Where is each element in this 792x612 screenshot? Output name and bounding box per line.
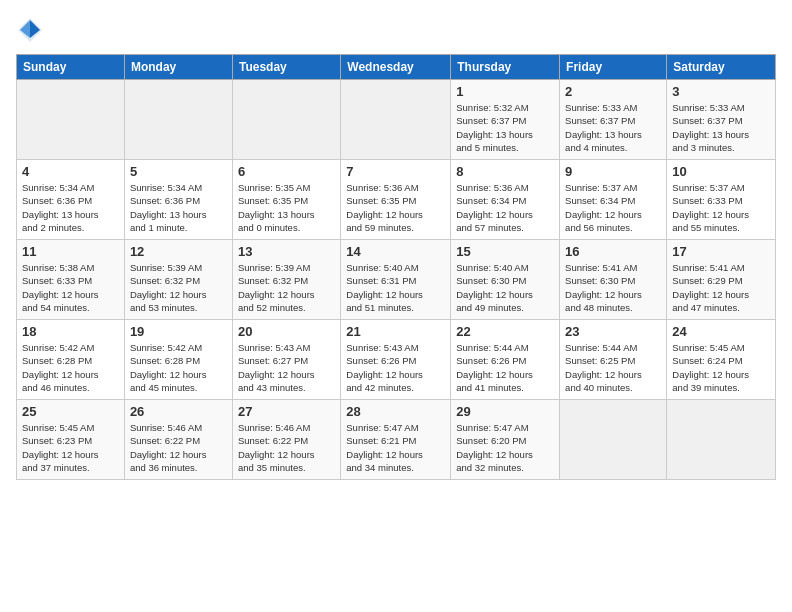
day-number: 28 <box>346 404 445 419</box>
calendar-cell: 20Sunrise: 5:43 AM Sunset: 6:27 PM Dayli… <box>232 320 340 400</box>
day-number: 2 <box>565 84 661 99</box>
calendar-cell <box>232 80 340 160</box>
calendar-cell: 16Sunrise: 5:41 AM Sunset: 6:30 PM Dayli… <box>560 240 667 320</box>
day-info: Sunrise: 5:45 AM Sunset: 6:23 PM Dayligh… <box>22 421 119 474</box>
day-number: 3 <box>672 84 770 99</box>
day-number: 17 <box>672 244 770 259</box>
calendar-cell: 9Sunrise: 5:37 AM Sunset: 6:34 PM Daylig… <box>560 160 667 240</box>
day-number: 8 <box>456 164 554 179</box>
day-info: Sunrise: 5:42 AM Sunset: 6:28 PM Dayligh… <box>130 341 227 394</box>
day-number: 1 <box>456 84 554 99</box>
day-number: 20 <box>238 324 335 339</box>
calendar-cell: 14Sunrise: 5:40 AM Sunset: 6:31 PM Dayli… <box>341 240 451 320</box>
day-info: Sunrise: 5:35 AM Sunset: 6:35 PM Dayligh… <box>238 181 335 234</box>
calendar-cell: 4Sunrise: 5:34 AM Sunset: 6:36 PM Daylig… <box>17 160 125 240</box>
day-number: 15 <box>456 244 554 259</box>
day-info: Sunrise: 5:33 AM Sunset: 6:37 PM Dayligh… <box>565 101 661 154</box>
calendar-cell <box>17 80 125 160</box>
calendar-cell: 15Sunrise: 5:40 AM Sunset: 6:30 PM Dayli… <box>451 240 560 320</box>
day-number: 14 <box>346 244 445 259</box>
calendar-cell <box>560 400 667 480</box>
calendar-week-row: 1Sunrise: 5:32 AM Sunset: 6:37 PM Daylig… <box>17 80 776 160</box>
day-number: 13 <box>238 244 335 259</box>
calendar-cell: 27Sunrise: 5:46 AM Sunset: 6:22 PM Dayli… <box>232 400 340 480</box>
day-info: Sunrise: 5:36 AM Sunset: 6:34 PM Dayligh… <box>456 181 554 234</box>
day-number: 11 <box>22 244 119 259</box>
day-number: 23 <box>565 324 661 339</box>
day-number: 6 <box>238 164 335 179</box>
day-info: Sunrise: 5:34 AM Sunset: 6:36 PM Dayligh… <box>22 181 119 234</box>
calendar-cell: 26Sunrise: 5:46 AM Sunset: 6:22 PM Dayli… <box>124 400 232 480</box>
calendar-week-row: 25Sunrise: 5:45 AM Sunset: 6:23 PM Dayli… <box>17 400 776 480</box>
day-number: 21 <box>346 324 445 339</box>
day-info: Sunrise: 5:39 AM Sunset: 6:32 PM Dayligh… <box>130 261 227 314</box>
page-header <box>16 16 776 44</box>
day-number: 26 <box>130 404 227 419</box>
calendar-cell: 8Sunrise: 5:36 AM Sunset: 6:34 PM Daylig… <box>451 160 560 240</box>
day-number: 27 <box>238 404 335 419</box>
day-number: 5 <box>130 164 227 179</box>
calendar-cell: 17Sunrise: 5:41 AM Sunset: 6:29 PM Dayli… <box>667 240 776 320</box>
day-info: Sunrise: 5:45 AM Sunset: 6:24 PM Dayligh… <box>672 341 770 394</box>
day-info: Sunrise: 5:46 AM Sunset: 6:22 PM Dayligh… <box>130 421 227 474</box>
day-info: Sunrise: 5:47 AM Sunset: 6:21 PM Dayligh… <box>346 421 445 474</box>
day-info: Sunrise: 5:36 AM Sunset: 6:35 PM Dayligh… <box>346 181 445 234</box>
calendar-week-row: 4Sunrise: 5:34 AM Sunset: 6:36 PM Daylig… <box>17 160 776 240</box>
calendar-week-row: 11Sunrise: 5:38 AM Sunset: 6:33 PM Dayli… <box>17 240 776 320</box>
day-info: Sunrise: 5:43 AM Sunset: 6:27 PM Dayligh… <box>238 341 335 394</box>
logo-icon <box>16 16 44 44</box>
calendar-cell: 1Sunrise: 5:32 AM Sunset: 6:37 PM Daylig… <box>451 80 560 160</box>
calendar-cell: 23Sunrise: 5:44 AM Sunset: 6:25 PM Dayli… <box>560 320 667 400</box>
calendar-cell: 29Sunrise: 5:47 AM Sunset: 6:20 PM Dayli… <box>451 400 560 480</box>
calendar-cell: 19Sunrise: 5:42 AM Sunset: 6:28 PM Dayli… <box>124 320 232 400</box>
day-number: 29 <box>456 404 554 419</box>
logo <box>16 16 48 44</box>
day-info: Sunrise: 5:37 AM Sunset: 6:33 PM Dayligh… <box>672 181 770 234</box>
day-info: Sunrise: 5:40 AM Sunset: 6:30 PM Dayligh… <box>456 261 554 314</box>
day-info: Sunrise: 5:46 AM Sunset: 6:22 PM Dayligh… <box>238 421 335 474</box>
calendar-table: SundayMondayTuesdayWednesdayThursdayFrid… <box>16 54 776 480</box>
calendar-header-thursday: Thursday <box>451 55 560 80</box>
calendar-cell <box>341 80 451 160</box>
calendar-cell: 22Sunrise: 5:44 AM Sunset: 6:26 PM Dayli… <box>451 320 560 400</box>
calendar-cell: 24Sunrise: 5:45 AM Sunset: 6:24 PM Dayli… <box>667 320 776 400</box>
day-number: 10 <box>672 164 770 179</box>
day-number: 12 <box>130 244 227 259</box>
calendar-header-tuesday: Tuesday <box>232 55 340 80</box>
calendar-header-sunday: Sunday <box>17 55 125 80</box>
day-info: Sunrise: 5:39 AM Sunset: 6:32 PM Dayligh… <box>238 261 335 314</box>
day-info: Sunrise: 5:37 AM Sunset: 6:34 PM Dayligh… <box>565 181 661 234</box>
day-info: Sunrise: 5:43 AM Sunset: 6:26 PM Dayligh… <box>346 341 445 394</box>
day-number: 7 <box>346 164 445 179</box>
day-info: Sunrise: 5:44 AM Sunset: 6:25 PM Dayligh… <box>565 341 661 394</box>
calendar-cell: 12Sunrise: 5:39 AM Sunset: 6:32 PM Dayli… <box>124 240 232 320</box>
day-info: Sunrise: 5:41 AM Sunset: 6:29 PM Dayligh… <box>672 261 770 314</box>
calendar-cell: 28Sunrise: 5:47 AM Sunset: 6:21 PM Dayli… <box>341 400 451 480</box>
calendar-header-row: SundayMondayTuesdayWednesdayThursdayFrid… <box>17 55 776 80</box>
calendar-cell: 21Sunrise: 5:43 AM Sunset: 6:26 PM Dayli… <box>341 320 451 400</box>
calendar-cell: 3Sunrise: 5:33 AM Sunset: 6:37 PM Daylig… <box>667 80 776 160</box>
calendar-cell <box>667 400 776 480</box>
calendar-cell: 25Sunrise: 5:45 AM Sunset: 6:23 PM Dayli… <box>17 400 125 480</box>
calendar-cell: 11Sunrise: 5:38 AM Sunset: 6:33 PM Dayli… <box>17 240 125 320</box>
calendar-header-saturday: Saturday <box>667 55 776 80</box>
calendar-cell: 18Sunrise: 5:42 AM Sunset: 6:28 PM Dayli… <box>17 320 125 400</box>
day-info: Sunrise: 5:41 AM Sunset: 6:30 PM Dayligh… <box>565 261 661 314</box>
day-info: Sunrise: 5:40 AM Sunset: 6:31 PM Dayligh… <box>346 261 445 314</box>
calendar-header-monday: Monday <box>124 55 232 80</box>
calendar-cell: 7Sunrise: 5:36 AM Sunset: 6:35 PM Daylig… <box>341 160 451 240</box>
day-number: 19 <box>130 324 227 339</box>
calendar-cell <box>124 80 232 160</box>
day-info: Sunrise: 5:34 AM Sunset: 6:36 PM Dayligh… <box>130 181 227 234</box>
day-info: Sunrise: 5:44 AM Sunset: 6:26 PM Dayligh… <box>456 341 554 394</box>
day-info: Sunrise: 5:33 AM Sunset: 6:37 PM Dayligh… <box>672 101 770 154</box>
day-number: 22 <box>456 324 554 339</box>
day-number: 18 <box>22 324 119 339</box>
day-number: 9 <box>565 164 661 179</box>
calendar-header-friday: Friday <box>560 55 667 80</box>
calendar-week-row: 18Sunrise: 5:42 AM Sunset: 6:28 PM Dayli… <box>17 320 776 400</box>
calendar-cell: 6Sunrise: 5:35 AM Sunset: 6:35 PM Daylig… <box>232 160 340 240</box>
day-info: Sunrise: 5:32 AM Sunset: 6:37 PM Dayligh… <box>456 101 554 154</box>
day-info: Sunrise: 5:47 AM Sunset: 6:20 PM Dayligh… <box>456 421 554 474</box>
day-number: 24 <box>672 324 770 339</box>
